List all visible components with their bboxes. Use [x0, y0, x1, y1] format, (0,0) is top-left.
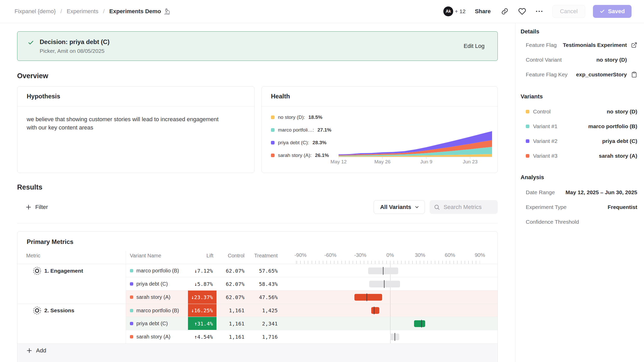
variant-swatch: [526, 154, 529, 158]
legend-label: no story (D):: [278, 114, 305, 120]
variant-label: Variant #1: [526, 123, 557, 129]
variant-name: marco portfolio (B): [136, 308, 179, 314]
copy-icon[interactable]: [627, 71, 637, 78]
hypothesis-title: Hypothesis: [27, 93, 60, 100]
external-link-icon[interactable]: [627, 42, 637, 48]
add-metric-button[interactable]: Add: [26, 347, 46, 354]
variant-cell: priya debt (C): [126, 277, 188, 291]
health-legend: no story (D): 18.5%marco portfoli…: 27.1…: [271, 114, 331, 158]
legend-label: priya debt (C):: [278, 140, 309, 146]
breadcrumb-item-2[interactable]: Experiments: [67, 8, 98, 15]
health-chart-svg: [339, 129, 492, 159]
decision-check-icon: [28, 40, 34, 46]
avatar[interactable]: Ak: [443, 6, 453, 16]
detail-value[interactable]: exp_customerStory: [576, 71, 627, 78]
details-heading: Details: [521, 28, 637, 35]
ci-mean-marker: [383, 267, 383, 275]
variant-value: sarah story (A): [599, 153, 637, 159]
variant-name: sarah story (A): [136, 294, 170, 300]
detail-value: no story (D): [596, 57, 627, 63]
health-x-tick-label: Jun 9: [420, 159, 432, 165]
legend-swatch: [271, 115, 275, 119]
health-x-axis: May 12May 26Jun 9Jun 23: [339, 159, 492, 166]
spacer: [493, 291, 498, 304]
analysis-label: Confidence Threshold: [526, 219, 579, 225]
metric-cell: [17, 330, 126, 343]
variant-cell: marco portfolio (B): [126, 304, 188, 317]
health-x-tick-label: May 12: [331, 159, 347, 165]
variant-value: priya debt (C): [602, 138, 637, 144]
col-variant-name: Variant Name: [126, 251, 188, 264]
chevron-down-icon: [414, 205, 419, 210]
favorite-button[interactable]: [517, 6, 527, 16]
target-icon: [32, 266, 42, 276]
variant-cell: priya debt (C): [126, 317, 188, 330]
analysis-heading: Analysis: [521, 174, 637, 181]
legend-label: sarah story (A):: [278, 153, 312, 158]
cancel-button[interactable]: Cancel: [552, 5, 585, 18]
control-value: 62.07%: [216, 264, 248, 277]
detail-value[interactable]: Testimonials Experiment: [563, 42, 627, 48]
ci-range-bar: [369, 281, 400, 287]
variant-label: Control: [526, 108, 551, 115]
ci-mean-marker: [374, 307, 374, 314]
primary-metrics-title: Primary Metrics: [17, 231, 498, 251]
more-options-button[interactable]: •••: [535, 8, 545, 15]
detail-label: Feature Flag Key: [526, 71, 568, 78]
spacer: [281, 330, 296, 343]
legend-value: 28.3%: [312, 140, 326, 146]
metric-cell: 1. Engagement: [17, 264, 126, 277]
variant-value: marco portfolio (B): [588, 123, 637, 129]
ci-range-bar: [354, 294, 382, 301]
variant-value: no story (D): [607, 108, 637, 115]
edit-log-button[interactable]: Edit Log: [464, 43, 485, 49]
add-filter-button[interactable]: Filter: [24, 204, 50, 211]
ci-axis-label: -90%: [295, 252, 307, 258]
spacer: [493, 264, 498, 277]
detail-row: Control Variantno story (D): [521, 52, 637, 67]
collaborators[interactable]: Ak + 12: [443, 6, 465, 16]
metric-table-row[interactable]: sarah story (A)↑4.54%1,1611,716: [17, 330, 498, 343]
copy-link-button[interactable]: [500, 7, 509, 16]
search-metrics-input[interactable]: [443, 204, 494, 211]
breadcrumb-item-3: Experiments Demo: [109, 8, 170, 15]
legend-value: 18.5%: [309, 114, 323, 120]
zero-percent-line: [390, 291, 390, 304]
confidence-interval-cell: [296, 330, 493, 343]
decision-banner: Decision: priya debt (C) Picker, Amit on…: [17, 31, 498, 61]
metric-name: 1. Engagement: [44, 268, 83, 274]
control-value: 1,161: [216, 317, 248, 330]
metric-table-row[interactable]: sarah story (A)↓23.37%62.07%47.56%: [17, 291, 498, 304]
health-legend-item: priya debt (C): 28.3%: [271, 140, 331, 146]
treatment-value: 1,716: [248, 330, 281, 343]
metric-table-row[interactable]: priya debt (C)↑31.4%1,1612,341: [17, 317, 498, 330]
search-metrics-box[interactable]: [430, 200, 498, 214]
decision-subtitle: Picker, Amit on 08/05/2025: [40, 48, 464, 54]
treatment-value: 47.56%: [248, 291, 281, 304]
column-divider: [126, 291, 126, 304]
metric-cell: [17, 277, 126, 291]
metric-cell: [17, 317, 126, 330]
spacer: [281, 304, 296, 317]
breadcrumb-separator: /: [103, 8, 104, 15]
analysis-label: Experiment Type: [526, 204, 566, 210]
detail-label: Control Variant: [526, 57, 562, 63]
variants-filter-dropdown[interactable]: All Variants: [374, 200, 425, 214]
metric-cell: [17, 291, 126, 304]
breadcrumb-item-1[interactable]: Fixpanel {demo}: [15, 8, 56, 15]
variant-cell: marco portfolio (B): [126, 264, 188, 277]
metric-table-row[interactable]: priya debt (C)↓5.87%62.07%58.43%: [17, 277, 498, 291]
ci-axis-label: -30%: [354, 252, 366, 258]
share-button[interactable]: Share: [473, 8, 492, 15]
spacer: [493, 317, 498, 330]
treatment-value: 1,425: [248, 304, 281, 317]
metric-table-row[interactable]: 1. Engagementmarco portfolio (B)↓7.12%62…: [17, 264, 498, 277]
add-metric-strip: Add: [17, 343, 498, 362]
variant-swatch: [130, 322, 133, 325]
saved-button[interactable]: Saved: [593, 5, 632, 18]
column-divider: [126, 264, 126, 277]
ci-mean-marker: [367, 293, 367, 301]
ci-axis-label: 0%: [387, 252, 394, 258]
metric-table-row[interactable]: 2. Sessionsmarco portfolio (B)↓16.25%1,1…: [17, 304, 498, 317]
variant-swatch: [130, 335, 133, 338]
